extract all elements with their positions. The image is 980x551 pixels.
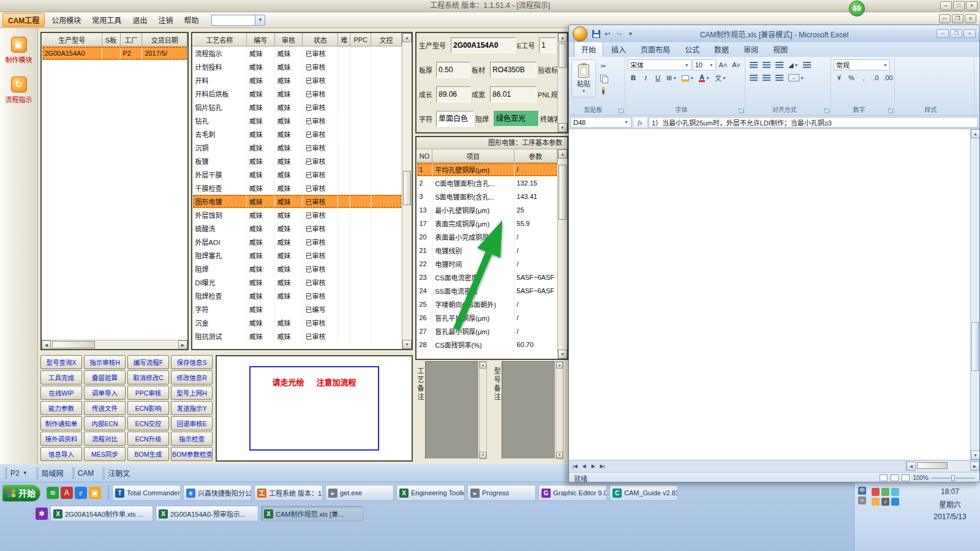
params-row[interactable]: 1平均孔壁铜厚(μm)/ [417, 163, 557, 176]
process-row-计划投料[interactable]: 计划投料威妹威妹已审核 [193, 60, 402, 73]
clock-day[interactable]: 星期六 [924, 499, 976, 509]
formula-bar[interactable]: 1）当最小孔铜25um时，外层不允许LDI制作；当最小孔铜≥3 [649, 117, 978, 128]
scroll-right-icon[interactable]: ▶ [970, 462, 979, 471]
merge-center-button[interactable]: ↔▼ [786, 72, 806, 83]
tray-update-icon[interactable] [872, 498, 880, 506]
quicklaunch-ie-icon[interactable]: e [75, 487, 87, 499]
zoom-slider[interactable] [932, 478, 974, 479]
model-table-row[interactable]: 2G00A154A0P22017/5/ [42, 47, 187, 60]
tool-button-工具完成[interactable]: 工具完成 [40, 370, 82, 384]
tool-button-发送指示Y[interactable]: 发送指示Y [171, 401, 213, 415]
maximize-icon[interactable]: □ [953, 1, 965, 10]
tool-button-调单导入[interactable]: 调单导入 [84, 386, 126, 400]
toolbar-grip-icon[interactable] [72, 468, 75, 479]
process-row-DI曝光[interactable]: DI曝光威妹威妹已审核 [193, 276, 402, 289]
taskbar-button-2G00A154A0制作单.xls ...[interactable]: X2G00A154A0制作单.xls ... [50, 506, 153, 522]
format-painter-button[interactable] [598, 85, 609, 96]
quicklaunch-acrobat-icon[interactable]: A [61, 487, 73, 499]
model-column-header[interactable]: 交货日期 [142, 34, 187, 47]
scroll-track[interactable] [558, 42, 567, 123]
last-sheet-icon[interactable]: ▶| [598, 463, 607, 469]
paste-button[interactable]: 粘贴 ▼ [571, 59, 596, 97]
scroll-up-icon[interactable]: ▲ [971, 129, 979, 138]
process-row-沉金[interactable]: 沉金威妹威妹已审核 [193, 316, 402, 329]
tool-button-传送文件[interactable]: 传送文件 [84, 401, 126, 415]
menu-tab-cam-engineering[interactable]: CAM工程 [2, 13, 45, 27]
chevron-down-icon[interactable]: ▼ [255, 15, 265, 25]
process-row-阻焊[interactable]: 阻焊威妹威妹已审核 [193, 262, 402, 276]
scroll-thumb[interactable] [971, 322, 979, 371]
remark-textarea[interactable] [502, 361, 556, 459]
office-button[interactable] [573, 26, 587, 41]
clock-time[interactable]: 18:07 [924, 487, 976, 496]
tool-button-流程对比[interactable]: 流程对比 [84, 432, 126, 446]
name-box[interactable]: D48▼ [570, 117, 631, 128]
tray-display-icon[interactable] [891, 498, 899, 506]
font-color-button[interactable]: A▼ [697, 72, 712, 83]
qat-dropdown-icon[interactable]: ▼ [626, 31, 635, 37]
excel-close-icon[interactable]: × [963, 29, 976, 38]
scroll-down-icon[interactable]: ▼ [558, 350, 567, 359]
tool-button-ECN交控[interactable]: ECN交控 [127, 416, 169, 430]
ribbon-tab-审阅[interactable]: 审阅 [737, 42, 765, 57]
scroll-up-icon[interactable]: ▲ [558, 149, 567, 159]
toolbar-grip-icon[interactable] [102, 468, 105, 479]
cut-button[interactable]: ✂ [598, 61, 609, 72]
menu-item-常用工具[interactable]: 常用工具 [86, 15, 127, 26]
chevron-down-icon[interactable]: ▼ [23, 470, 28, 476]
page-break-view-icon[interactable] [902, 474, 910, 481]
process-row-外层AOI[interactable]: 外层AOI威妹威妹已审核 [193, 235, 402, 249]
scroll-track[interactable] [402, 42, 412, 340]
process-row-图形电镀[interactable]: 图形电镀威妹威妹已审核 [193, 195, 402, 208]
percent-button[interactable]: % [846, 72, 857, 83]
excel-vscrollbar[interactable]: ▲ ▼ [970, 129, 979, 460]
scroll-thumb[interactable] [559, 165, 567, 220]
save-icon[interactable] [592, 30, 600, 38]
process-row-去毛刺[interactable]: 去毛刺威妹威妹已审核 [193, 127, 402, 141]
tool-button-编写流程F[interactable]: 编写流程F [127, 355, 169, 369]
font-name-select[interactable]: 宋体▼ [628, 59, 692, 70]
params-row[interactable]: 28CS面残铜率(%)60.70 [417, 338, 557, 351]
close-icon[interactable]: × [966, 1, 978, 10]
scroll-right-icon[interactable]: ▶ [178, 340, 187, 350]
taskbar-toolbar-P2[interactable]: P2▼ [5, 468, 28, 479]
language-bar-icon[interactable]: 中 [858, 487, 866, 495]
scroll-thumb[interactable] [403, 171, 411, 205]
copy-button[interactable] [598, 73, 609, 84]
scroll-left-icon[interactable]: ◀ [907, 462, 916, 471]
tool-button-BOM参数检查[interactable]: BOM参数检查 [171, 447, 213, 461]
redo-icon[interactable]: ↪ [614, 30, 624, 38]
process-row-硫酸洗[interactable]: 硫酸洗威妹威妹已审核 [193, 222, 402, 235]
toolbar-grip-icon[interactable] [5, 468, 7, 479]
scroll-track[interactable] [558, 159, 567, 350]
scroll-thumb[interactable] [559, 43, 567, 68]
tool-button-回退审核E[interactable]: 回退审核E [171, 416, 213, 430]
zoom-slider-knob[interactable] [951, 475, 955, 481]
tool-button-MES同步[interactable]: MES同步 [84, 447, 126, 461]
scroll-track[interactable] [916, 462, 970, 471]
taskbar-button-Total Commander 7.0...[interactable]: TTotal Commander 7.0... [112, 485, 181, 501]
process-column-header[interactable]: 状态 [303, 34, 338, 47]
alignment-dialog-launcher-icon[interactable] [824, 108, 829, 113]
align-right-button[interactable] [774, 72, 785, 83]
taskbar-toolbar-CAM[interactable]: CAM [72, 468, 94, 479]
orientation-button[interactable]: ◢▼ [786, 59, 800, 70]
tool-button-保存信息S[interactable]: 保存信息S [171, 355, 213, 369]
tool-button-在线WIP[interactable]: 在线WIP [40, 386, 82, 400]
params-column-header[interactable]: 项目 [432, 150, 514, 163]
taskbar-toolbar-汪朝文[interactable]: 汪朝文 [102, 468, 130, 479]
scroll-thumb[interactable] [917, 462, 948, 469]
scroll-track[interactable] [51, 340, 178, 349]
model-column-header[interactable]: 生产型号 [42, 34, 102, 47]
decrease-decimal-button[interactable]: .00 [883, 72, 894, 83]
borders-button[interactable]: ⊞▼ [665, 72, 679, 83]
align-middle-button[interactable] [761, 59, 772, 70]
scroll-down-icon[interactable]: ▼ [556, 452, 563, 459]
menu-item-公用模块[interactable]: 公用模块 [46, 15, 86, 26]
scroll-up-icon[interactable]: ▲ [402, 33, 412, 42]
quicklaunch-palette-icon[interactable]: ✱ [36, 508, 48, 520]
scroll-down-icon[interactable]: ▼ [480, 452, 486, 459]
align-top-button[interactable] [748, 59, 760, 70]
tray-shield-icon[interactable] [881, 488, 889, 496]
tool-button-BOM生成[interactable]: BOM生成 [127, 447, 169, 461]
